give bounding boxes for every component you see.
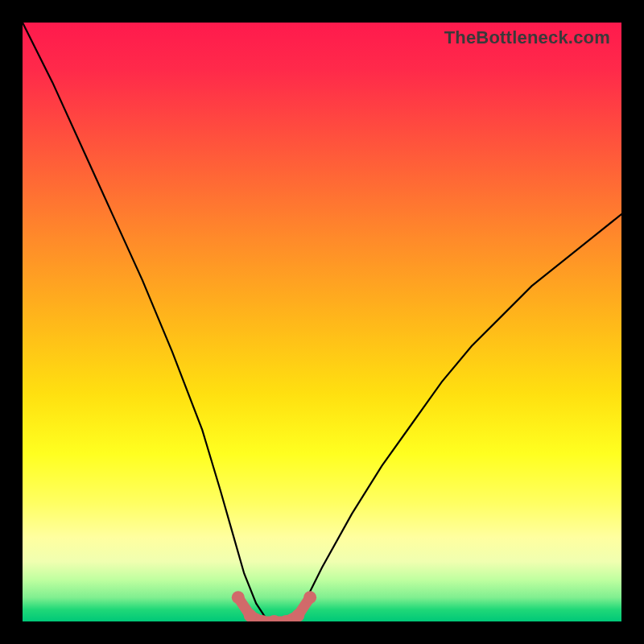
chart-frame: TheBottleneck.com xyxy=(0,0,644,644)
flat-dot xyxy=(303,591,316,604)
flat-dot xyxy=(244,609,257,621)
flat-dot xyxy=(268,615,281,621)
flat-dot xyxy=(291,609,304,621)
plot-area: TheBottleneck.com xyxy=(23,23,621,621)
bottleneck-curve xyxy=(23,23,621,621)
flat-dot xyxy=(232,591,245,604)
curve-layer xyxy=(23,23,621,621)
